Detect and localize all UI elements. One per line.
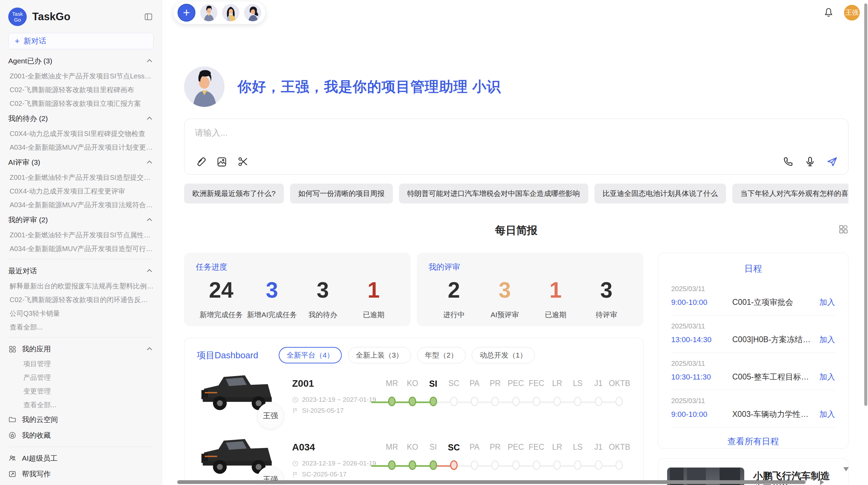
join-link[interactable]: 加入 bbox=[819, 372, 835, 382]
my-review-card: 我的评审 2 进行中 3 bbox=[417, 253, 643, 326]
sidebar-item-cloud-space[interactable]: 我的云空间 bbox=[8, 412, 154, 427]
milestone-dot bbox=[615, 460, 623, 470]
sidebar-task-item[interactable]: C02-飞腾新能源轻客改款项目里程碑画布 bbox=[8, 83, 154, 97]
plus-icon: + bbox=[15, 36, 20, 46]
message-composer[interactable]: 请输入... bbox=[184, 119, 848, 175]
sidebar-app-item[interactable]: 产品管理 bbox=[8, 371, 154, 384]
sidebar-task-item[interactable]: A034-全新新能源MUV产品开发项目法规符合性评审 bbox=[8, 198, 154, 212]
sidebar-task-item[interactable]: Z001-全新燃油轻卡产品开发项目SI节点属性5D文件评审 bbox=[8, 228, 154, 242]
section-recent-chats[interactable]: 最近对话 bbox=[8, 263, 154, 279]
sidebar-task-item[interactable]: C0X4-动力总成开发项目SI里程碑提交物检查 bbox=[8, 127, 154, 140]
contact-avatar[interactable] bbox=[244, 4, 261, 21]
sidebar-collapse-icon[interactable] bbox=[143, 12, 154, 22]
sidebar-task-item[interactable]: C02-飞腾新能源轻客改款项目立项汇报方案 bbox=[8, 97, 154, 110]
view-all-schedule-link[interactable]: 查看所有日程 bbox=[671, 427, 835, 447]
sidebar-task-item[interactable]: C0X4-动力总成开发项目工程变更评审 bbox=[8, 184, 154, 198]
milestone: SI bbox=[423, 379, 444, 417]
notification-bell-icon[interactable] bbox=[823, 7, 834, 18]
scroll-right-arrow-icon[interactable] bbox=[820, 480, 824, 485]
section-ai-review[interactable]: AI评审 (3) bbox=[8, 154, 154, 171]
chevron-up-icon[interactable] bbox=[145, 57, 154, 65]
sidebar-item-favorites[interactable]: 我的收藏 bbox=[8, 427, 154, 443]
sidebar-chat-item[interactable]: 公司Q3轻卡销量 bbox=[8, 307, 154, 320]
layout-grid-icon[interactable] bbox=[838, 224, 848, 234]
phone-icon[interactable] bbox=[782, 156, 794, 167]
suggestion-chip[interactable]: 当下年轻人对汽车外观有怎样的喜好趋势 bbox=[732, 184, 848, 203]
project-owner-badge: 王强 bbox=[257, 402, 284, 429]
scroll-down-arrow-icon[interactable] bbox=[843, 467, 849, 471]
vertical-scrollbar[interactable] bbox=[864, 3, 867, 406]
sidebar-item-ai-super-staff[interactable]: AI超级员工 bbox=[8, 450, 154, 466]
dashboard-tab[interactable]: 年型（2） bbox=[417, 347, 466, 363]
sidebar-app-item[interactable]: 项目管理 bbox=[8, 357, 154, 371]
suggestion-chip[interactable]: 如何写一份清晰的项目周报 bbox=[290, 184, 393, 203]
schedule-date: 2025/03/11 bbox=[671, 360, 835, 368]
suggestion-chip[interactable]: 欧洲新规最近颁布了什么? bbox=[184, 184, 284, 203]
flag-icon bbox=[292, 471, 299, 478]
stats-row: 任务进度 24 新增完成任务 3 bbox=[184, 253, 643, 326]
schedule-item: 2025/03/11 13:00-14:30 C003|H0B-方案冻结评审 加… bbox=[671, 315, 835, 353]
stat-item: 3 AI预评审 bbox=[479, 277, 530, 320]
people-icon bbox=[8, 454, 16, 462]
join-link[interactable]: 加入 bbox=[819, 297, 835, 308]
sidebar-item-my-apps[interactable]: 我的应用 bbox=[8, 341, 154, 357]
sidebar-chat-item[interactable]: 查看全部... bbox=[8, 320, 154, 334]
milestone-label: SC bbox=[444, 443, 464, 452]
join-link[interactable]: 加入 bbox=[819, 409, 835, 420]
chevron-up-icon[interactable] bbox=[145, 345, 154, 353]
project-code: Z001 bbox=[292, 378, 379, 389]
add-contact-button[interactable] bbox=[178, 4, 195, 22]
milestone-label: OKTB bbox=[609, 443, 629, 452]
chevron-up-icon[interactable] bbox=[145, 158, 154, 166]
sidebar-task-item[interactable]: A034-全新新能源MUV产品开发项目造型可行性评审 bbox=[8, 242, 154, 256]
new-chat-button[interactable]: + 新对话 bbox=[8, 33, 154, 49]
sidebar-chat-item[interactable]: 解释最新出台的欧盟报废车法规再生塑料比例被调至15%... bbox=[8, 279, 154, 293]
milestone: FEC bbox=[526, 443, 547, 481]
project-next-milestone: SC-2025-05-17 bbox=[302, 471, 347, 478]
milestone-dot bbox=[491, 397, 499, 406]
send-icon[interactable] bbox=[826, 156, 838, 167]
milestone: OKTB bbox=[609, 379, 629, 417]
dashboard-tab[interactable]: 动总开发（1） bbox=[472, 347, 535, 363]
quick-contacts-pill bbox=[173, 1, 266, 24]
section-my-review[interactable]: 我的评审 (2) bbox=[8, 212, 154, 228]
chevron-up-icon[interactable] bbox=[145, 216, 154, 224]
milestone-track: MR KO bbox=[382, 443, 629, 481]
sidebar-task-item[interactable]: Z001-全新燃油轻卡产品开发项目SI造型提交物评审 bbox=[8, 171, 154, 184]
join-link[interactable]: 加入 bbox=[819, 334, 835, 345]
sidebar-chat-item[interactable]: C02-飞腾新能源轻客改款项目的闭环通告反馈情况 bbox=[8, 293, 154, 307]
sidebar-item-write-for-me[interactable]: 帮我写作 bbox=[8, 466, 154, 482]
image-icon[interactable] bbox=[216, 156, 228, 167]
sidebar-app-item[interactable]: 变更管理 bbox=[8, 384, 154, 398]
milestone-dot bbox=[574, 460, 581, 470]
milestone-dot bbox=[409, 397, 416, 406]
milestone-label: OKTB bbox=[609, 379, 629, 388]
dashboard-tab[interactable]: 全新平台（4） bbox=[279, 347, 342, 363]
schedule-date: 2025/03/11 bbox=[671, 285, 835, 293]
sidebar-item-creative-drawing[interactable]: 创意制图 bbox=[8, 482, 154, 485]
chevron-up-icon[interactable] bbox=[145, 114, 154, 123]
stat-item: 3 待评审 bbox=[581, 277, 632, 320]
user-avatar[interactable]: 王强 bbox=[844, 5, 860, 21]
contact-avatar[interactable] bbox=[222, 4, 239, 21]
scissors-icon[interactable] bbox=[237, 156, 249, 167]
suggestion-chip[interactable]: 特朗普可能对进口汽车增税会对中国车企造成哪些影响 bbox=[399, 184, 588, 203]
composer-placeholder[interactable]: 请输入... bbox=[195, 127, 838, 138]
suggestion-chip[interactable]: 比亚迪全固态电池计划具体说了什么 bbox=[594, 184, 726, 203]
dashboard-tab[interactable]: 全新上装（3） bbox=[348, 347, 411, 363]
milestone: LS bbox=[567, 443, 588, 481]
project-dates: 2023-12-19 ~ 2027-01-19 bbox=[302, 396, 376, 403]
section-agent-done[interactable]: Agent已办 (3) bbox=[8, 53, 154, 69]
chevron-up-icon[interactable] bbox=[145, 267, 154, 275]
section-my-todo[interactable]: 我的待办 (2) bbox=[8, 110, 154, 127]
sidebar-task-item[interactable]: A034-全新新能源MUV产品开发项目计划变更表编写 bbox=[8, 140, 154, 154]
attachment-icon[interactable] bbox=[195, 156, 206, 167]
milestone-label: FEC bbox=[526, 379, 547, 388]
app-title: TaskGo bbox=[32, 11, 143, 23]
horizontal-scrollbar[interactable] bbox=[177, 480, 806, 484]
taskgo-app: Task Go TaskGo + 新对话 Agent已办 (3) Z001-全新… bbox=[0, 0, 868, 485]
contact-avatar[interactable] bbox=[200, 4, 217, 21]
microphone-icon[interactable] bbox=[804, 156, 816, 167]
sidebar-task-item[interactable]: Z001-全新燃油皮卡产品开发项目SI节点Lesson Learn报告 bbox=[8, 69, 154, 83]
sidebar-app-item[interactable]: 查看全部... bbox=[8, 398, 154, 412]
